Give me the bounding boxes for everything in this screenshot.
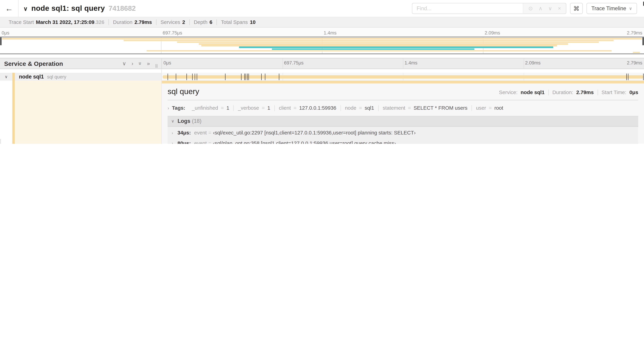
- trace-id: 7418682: [108, 4, 136, 13]
- summary-item: Duration: 2.79ms: [548, 89, 598, 95]
- tag-value: 1: [226, 105, 229, 111]
- log-marker-tick: [244, 73, 244, 80]
- timeline-ruler-tick: 2.09ms: [525, 61, 540, 67]
- prev-match-icon[interactable]: ∧: [538, 6, 542, 11]
- find-box: ⊙ ∧ ∨ ×: [412, 3, 566, 14]
- log-marker-tick: [261, 73, 262, 80]
- clear-search-icon[interactable]: ×: [558, 6, 561, 11]
- timeline-ruler-tick: 697.75μs: [284, 61, 304, 67]
- tag-key: node: [345, 105, 356, 111]
- next-match-icon[interactable]: ∨: [548, 6, 552, 11]
- minimap-span-bar: [2, 38, 642, 40]
- tag-equals: =: [292, 105, 298, 111]
- top-bar: ← ∨ node sql1: sql query 7418682 ⊙ ∧ ∨ ×…: [0, 0, 644, 17]
- view-selector-button[interactable]: Trace Timeline ∨: [586, 3, 637, 14]
- detail-operation-title: sql query: [168, 87, 199, 96]
- keyboard-shortcuts-button[interactable]: ⌘: [570, 3, 583, 14]
- minimap-spans: [1, 38, 643, 53]
- trace-collapse-icon[interactable]: ∨: [23, 5, 28, 12]
- span-row-name-cell[interactable]: ∨ node sql1 sql query: [0, 73, 161, 81]
- minimap-span-row: [1, 47, 643, 48]
- tag-equals: =: [260, 105, 266, 111]
- logs-toggle-icon[interactable]: ∨: [171, 119, 174, 123]
- tags-toggle-icon[interactable]: ›: [168, 106, 169, 110]
- tag-item: user = root: [472, 105, 508, 111]
- minimap-drag-handle-right[interactable]: [642, 38, 644, 45]
- page-title: node sql1: sql query: [31, 4, 105, 13]
- trace-info-item: Services 2: [156, 20, 189, 25]
- trace-minimap[interactable]: [0, 37, 644, 54]
- tag-value: root: [494, 105, 503, 111]
- detail-summary: Service: node sql1 Duration: 2.79ms Star…: [495, 89, 638, 95]
- minimap-drag-handle-left[interactable]: [0, 38, 2, 45]
- expand-one-icon[interactable]: ›: [132, 61, 133, 66]
- log-marker-tick: [265, 73, 266, 80]
- tag-key: _unfinished: [192, 105, 218, 111]
- log-row[interactable]: › 80μs: event = ‹sql/plan_opt.go:358 [ns…: [172, 138, 638, 144]
- log-value: ‹sql/exec_util.go:2297 [nsql1,client=127…: [213, 130, 416, 136]
- span-duration-bar[interactable]: [163, 75, 643, 78]
- collapse-all-icon[interactable]: »: [138, 62, 143, 65]
- log-marker-tick: [168, 73, 168, 80]
- info-value: March 31 2022, 17:25:09: [36, 20, 94, 25]
- minimap-span-bar: [201, 45, 557, 47]
- span-row-bar-cell[interactable]: [162, 73, 644, 81]
- minimap-span-row: [1, 45, 643, 47]
- log-equals: =: [207, 141, 213, 144]
- minimap-span-row: [1, 41, 643, 43]
- trace-info-item: Depth 6: [189, 20, 216, 25]
- log-marker-tick: [247, 73, 248, 80]
- back-button[interactable]: ←: [0, 0, 18, 17]
- collapse-one-icon[interactable]: ∨: [122, 61, 126, 66]
- trace-title-wrap: ∨ node sql1: sql query 7418682: [23, 4, 412, 13]
- log-marker-tick: [626, 73, 626, 80]
- tags-row[interactable]: › Tags: _unfinished = 1 _verbose: [168, 103, 638, 112]
- span-color-accent: [12, 73, 15, 81]
- log-key: event: [194, 130, 207, 136]
- service-operation-title: Service & Operation: [4, 60, 122, 67]
- tag-key: _verbose: [238, 105, 259, 111]
- log-marker-tick: [196, 73, 197, 80]
- column-resize-grip[interactable]: [156, 64, 157, 68]
- log-marker-tick: [176, 73, 176, 80]
- tag-item: _unfinished = 1: [188, 105, 233, 111]
- summary-item: Start Time: 0μs: [598, 89, 638, 95]
- minimap-span-row: [1, 43, 643, 45]
- tag-value: 127.0.0.1:59936: [299, 105, 336, 111]
- timeline-ruler-tick: 0μs: [164, 61, 171, 67]
- minimap-span-row: [1, 40, 643, 41]
- chevron-down-icon: ∨: [629, 6, 632, 11]
- minimap-span-bar: [633, 52, 640, 53]
- summary-item: Service: node sql1: [495, 89, 548, 95]
- minimap-span-row: [1, 50, 643, 52]
- expand-all-icon[interactable]: »: [147, 61, 150, 66]
- log-toggle-icon[interactable]: ›: [172, 141, 178, 144]
- info-label: Trace Start: [9, 20, 34, 25]
- log-marker-tick: [186, 73, 187, 80]
- tag-value: SELECT * FROM users: [414, 105, 468, 111]
- tag-value: sql1: [364, 105, 374, 111]
- ruler-tick-label: 2.09ms: [484, 31, 500, 35]
- left-edge-line: [0, 139, 1, 144]
- tag-key: statement: [383, 105, 405, 111]
- span-collapse-icon[interactable]: ∨: [0, 74, 12, 79]
- timeline-right-column: sql query Service: node sql1 Duration: 2…: [162, 70, 644, 144]
- summary-value: 2.79ms: [576, 89, 594, 95]
- log-toggle-icon[interactable]: ›: [172, 131, 178, 135]
- view-selector-label: Trace Timeline: [591, 5, 626, 12]
- log-row[interactable]: › 34μs: event = ‹sql/exec_util.go:2297 […: [172, 128, 638, 138]
- overview-ruler: 0μs697.75μs1.4ms2.09ms2.79ms: [0, 28, 644, 37]
- info-label: Total Spans: [221, 20, 248, 25]
- log-timestamp: 80μs:: [178, 141, 191, 144]
- find-actions: ⊙ ∧ ∨ ×: [523, 3, 566, 14]
- locate-icon[interactable]: ⊙: [528, 6, 533, 11]
- logs-header[interactable]: ∨ Logs (18): [168, 116, 638, 126]
- log-marker-tick: [246, 73, 246, 80]
- log-value: ‹sql/plan_opt.go:358 [nsql1,client=127.0…: [213, 141, 396, 144]
- detail-divider: [168, 100, 638, 100]
- timeline-ruler-tick: 2.79ms: [627, 61, 642, 67]
- search-input[interactable]: [412, 3, 523, 14]
- detail-title-row: sql query Service: node sql1 Duration: 2…: [168, 87, 638, 96]
- trace-info-bar: Trace Start March 31 2022, 17:25:09 .326…: [0, 17, 644, 28]
- minimap-span-bar: [199, 43, 568, 45]
